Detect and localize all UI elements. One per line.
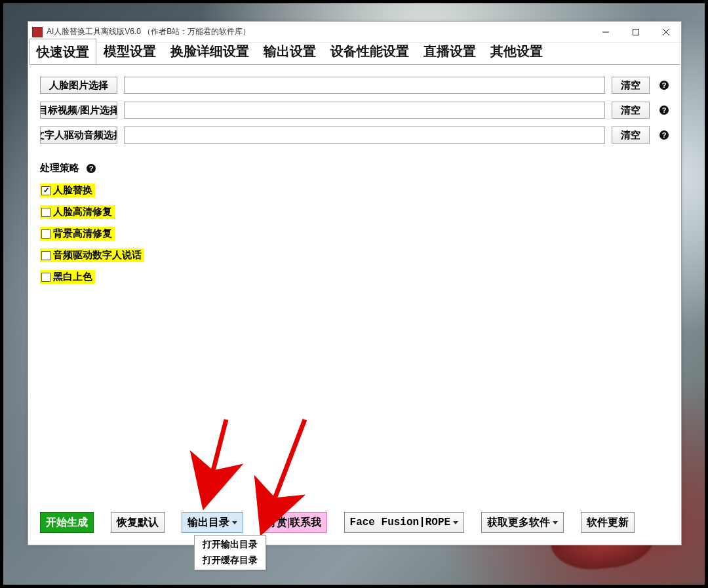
strategy-label: 音频驱动数字人说话 [53,249,142,262]
more-software-label: 获取更多软件 [487,516,550,530]
target-media-path-input[interactable] [124,102,605,119]
strategy-face-hires[interactable]: 人脸高清修复 [40,205,669,219]
checkbox-icon [41,186,50,195]
donate-button[interactable]: 打赏|联系我 [260,512,327,533]
strategy-bg-hires[interactable]: 背景高清修复 [40,227,669,241]
face-fusion-label: Face Fusion|ROPE [350,517,451,528]
maximize-icon [633,29,639,35]
app-icon [32,27,43,37]
strategy-label: 人脸替换 [53,184,92,197]
checkbox-icon [41,273,50,282]
target-media-clear-button[interactable]: 清空 [612,102,650,119]
minimize-icon [602,29,609,35]
checkbox-icon [41,251,50,260]
chevron-down-icon [553,521,558,524]
strategy-section-text: 处理策略 [40,162,79,174]
open-output-dir-item[interactable]: 打开输出目录 [196,537,264,553]
audio-drive-path-input[interactable] [124,127,605,144]
audio-drive-clear-button[interactable]: 清空 [612,127,650,144]
target-media-select-button[interactable]: 目标视频/图片选择 [40,102,117,119]
svg-text:?: ? [662,81,667,89]
strategy-label: 黑白上色 [53,271,92,283]
quick-settings-panel: 人脸图片选择 清空 ? 目标视频/图片选择 清空 ? 文字人驱动音频选择 清空 … [28,65,681,284]
svg-rect-1 [633,29,639,35]
help-icon[interactable]: ? [86,163,96,174]
strategy-face-swap[interactable]: 人脸替换 [40,184,669,197]
audio-drive-row: 文字人驱动音频选择 清空 ? [40,127,669,144]
close-icon [663,29,669,35]
tab-device-settings[interactable]: 设备性能设置 [323,38,416,65]
more-software-button[interactable]: 获取更多软件 [481,512,564,533]
close-button[interactable] [651,22,681,42]
face-image-select-button[interactable]: 人脸图片选择 [40,77,117,94]
help-icon[interactable]: ? [659,130,669,140]
checkbox-icon [41,208,50,217]
svg-text:?: ? [662,106,667,114]
bottom-toolbar: 开始生成 恢复默认 输出目录 打赏|联系我 Face Fusion|ROPE 获… [40,512,669,533]
window-controls [591,22,681,42]
strategy-bw-colorize[interactable]: 黑白上色 [40,270,669,284]
output-dir-label: 输出目录 [187,516,229,530]
svg-text:?: ? [662,131,667,139]
reset-button[interactable]: 恢复默认 [111,512,165,533]
open-cache-dir-item[interactable]: 打开缓存目录 [196,553,264,568]
checkbox-icon [41,229,50,239]
app-window: AI人脸替换工具离线版V6.0 （作者B站：万能君的软件库） 快速设置 模型设置… [28,21,682,545]
strategy-label: 人脸高清修复 [53,206,112,218]
svg-text:?: ? [89,165,94,172]
tab-quick-settings[interactable]: 快速设置 [30,39,96,66]
strategy-label: 背景高清修复 [53,227,112,240]
tab-bar: 快速设置 模型设置 换脸详细设置 输出设置 设备性能设置 直播设置 其他设置 [28,43,681,65]
face-image-clear-button[interactable]: 清空 [612,77,650,94]
face-fusion-rope-button[interactable]: Face Fusion|ROPE [344,512,465,533]
tab-face-swap-settings[interactable]: 换脸详细设置 [163,38,256,65]
update-button[interactable]: 软件更新 [581,512,635,533]
tab-live-settings[interactable]: 直播设置 [416,38,483,65]
help-icon[interactable]: ? [659,105,669,115]
target-media-row: 目标视频/图片选择 清空 ? [40,102,669,119]
strategy-section-label: 处理策略 ? [40,162,669,174]
output-dir-button[interactable]: 输出目录 [182,512,243,533]
strategy-audio-drive[interactable]: 音频驱动数字人说话 [40,248,669,262]
output-dir-dropdown: 打开输出目录 打开缓存目录 [194,535,266,570]
face-image-row: 人脸图片选择 清空 ? [40,77,669,94]
audio-drive-select-button[interactable]: 文字人驱动音频选择 [40,127,117,144]
maximize-button[interactable] [621,22,651,42]
face-image-path-input[interactable] [124,77,605,94]
minimize-button[interactable] [591,22,621,42]
tab-model-settings[interactable]: 模型设置 [96,38,163,65]
start-button[interactable]: 开始生成 [40,512,94,533]
window-title: AI人脸替换工具离线版V6.0 （作者B站：万能君的软件库） [47,26,591,37]
help-icon[interactable]: ? [659,80,669,90]
tab-output-settings[interactable]: 输出设置 [256,38,323,65]
chevron-down-icon [453,521,458,524]
chevron-down-icon [232,521,237,524]
tab-other-settings[interactable]: 其他设置 [483,38,550,65]
